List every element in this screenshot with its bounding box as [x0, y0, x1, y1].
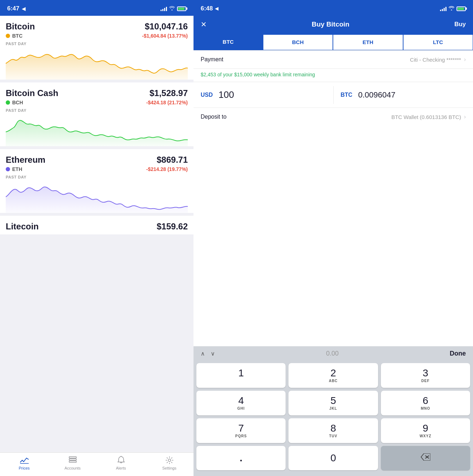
- key-9[interactable]: 9 WXYZ: [381, 418, 470, 443]
- currency-tabs: BTC BCH ETH LTC: [194, 34, 473, 51]
- btc-label: BTC: [341, 92, 353, 98]
- key-0[interactable]: 0: [288, 446, 378, 470]
- left-panel: 6:47 ◀: [0, 0, 194, 476]
- keyboard-toolbar: ∧ ∨ 0.00 Done: [194, 346, 473, 361]
- tab-accounts[interactable]: Accounts: [48, 456, 97, 470]
- battery-icon: [177, 6, 186, 11]
- right-status-bar: 6:48 ◀: [194, 0, 473, 16]
- usd-input[interactable]: 100: [219, 89, 247, 100]
- bitcoin-change: -$1,604.84 (13.77%): [142, 33, 188, 39]
- key-8[interactable]: 8 TUV: [288, 418, 378, 443]
- eth-chart: [6, 181, 188, 213]
- key-4[interactable]: 4 GHI: [196, 391, 286, 415]
- accounts-icon: [68, 456, 77, 465]
- tab-ltc[interactable]: LTC: [403, 34, 473, 50]
- eth-symbol: ETH: [6, 166, 22, 172]
- eth-card[interactable]: Ethereum $869.71 ETH -$214.28 (19.77%) P…: [0, 149, 194, 213]
- right-location-icon: ◀: [215, 6, 218, 11]
- bitcoin-card[interactable]: Bitcoin $10,047.16 BTC -$1,604.84 (13.77…: [0, 16, 194, 80]
- left-time: 6:47: [7, 5, 19, 12]
- payment-label: Payment: [201, 56, 223, 63]
- bch-chart: [6, 114, 188, 146]
- bch-card[interactable]: Bitcoin Cash $1,528.97 BCH -$424.18 (21.…: [0, 82, 194, 146]
- signal-bars: [161, 6, 167, 11]
- tab-btc[interactable]: BTC: [194, 34, 263, 50]
- svg-rect-1: [69, 457, 76, 458]
- tab-settings-label: Settings: [162, 466, 177, 470]
- svg-rect-2: [69, 459, 76, 460]
- bitcoin-chart: [6, 47, 188, 80]
- ltc-price: $159.62: [157, 222, 188, 232]
- content-spacer: [194, 126, 473, 346]
- payment-row[interactable]: Payment Citi - Checking ******* ›: [194, 51, 473, 69]
- eth-change: -$214.28 (19.77%): [146, 166, 188, 172]
- key-dot[interactable]: .: [196, 446, 286, 470]
- tab-prices-label: Prices: [19, 466, 30, 470]
- payment-account: Citi - Checking *******: [410, 57, 461, 63]
- deposit-row[interactable]: Deposit to BTC Wallet (0.6013136 BTC) ›: [194, 108, 473, 126]
- btc-value: 0.0096047: [358, 90, 395, 100]
- key-7[interactable]: 7 PQRS: [196, 418, 286, 443]
- buy-header: ✕ Buy Bitcoin Buy: [194, 16, 473, 34]
- amount-row: USD 100 BTC 0.0096047: [194, 82, 473, 108]
- right-panel: 6:48 ◀ ✕ Buy Bitcoin: [194, 0, 473, 476]
- payment-value-container: Citi - Checking ******* ›: [410, 56, 466, 63]
- arrow-down-icon[interactable]: ∨: [211, 350, 215, 357]
- bch-symbol: BCH: [6, 100, 23, 105]
- bch-price: $1,528.97: [149, 88, 188, 98]
- bitcoin-period: PAST DAY: [6, 42, 188, 46]
- tab-bar: Prices Accounts Alerts: [0, 452, 194, 476]
- right-wifi-icon: [449, 5, 454, 12]
- usd-label: USD: [201, 92, 213, 98]
- bitcoin-price: $10,047.16: [145, 22, 188, 32]
- deposit-chevron: ›: [464, 114, 466, 120]
- bitcoin-name: Bitcoin: [6, 22, 35, 32]
- eth-price: $869.71: [157, 155, 188, 165]
- key-delete[interactable]: [381, 446, 470, 470]
- keyboard-arrows: ∧ ∨: [201, 350, 215, 357]
- btc-amount-col: BTC 0.0096047: [334, 83, 473, 107]
- bch-name: Bitcoin Cash: [6, 88, 58, 98]
- tab-bch[interactable]: BCH: [263, 34, 333, 50]
- usd-amount-col: USD 100: [194, 82, 333, 108]
- keyboard-grid: 1 2 ABC 3 DEF 4 GHI 5 JKL 6 MNO 7 PQRS: [194, 361, 473, 476]
- right-battery-icon: [457, 6, 466, 11]
- key-3[interactable]: 3 DEF: [381, 363, 470, 388]
- tab-eth[interactable]: ETH: [333, 34, 403, 50]
- right-signal-bars: [440, 6, 446, 11]
- left-status-bar: 6:47 ◀: [0, 0, 194, 16]
- key-2[interactable]: 2 ABC: [288, 363, 378, 388]
- tab-prices[interactable]: Prices: [0, 456, 48, 470]
- bch-period: PAST DAY: [6, 108, 188, 113]
- payment-chevron: ›: [464, 56, 466, 63]
- ltc-name: Litecoin: [6, 222, 39, 232]
- wifi-icon: [169, 6, 175, 11]
- eth-dot: [6, 167, 10, 171]
- keyboard-done-button[interactable]: Done: [450, 350, 466, 357]
- deposit-value-container: BTC Wallet (0.6013136 BTC) ›: [391, 114, 466, 120]
- key-6[interactable]: 6 MNO: [381, 391, 470, 415]
- svg-rect-3: [69, 461, 76, 462]
- arrow-up-icon[interactable]: ∧: [201, 350, 205, 357]
- key-1[interactable]: 1: [196, 363, 286, 388]
- settings-icon: [165, 456, 174, 465]
- tab-alerts-label: Alerts: [116, 466, 126, 470]
- ltc-partial-card[interactable]: Litecoin $159.62: [0, 216, 194, 234]
- right-time: 6:48: [201, 5, 213, 12]
- deposit-label: Deposit to: [201, 114, 226, 120]
- tab-alerts[interactable]: Alerts: [97, 456, 145, 470]
- bch-change: -$424.18 (21.72%): [146, 100, 188, 105]
- bitcoin-symbol: BTC: [6, 33, 23, 39]
- bitcoin-dot: [6, 34, 10, 38]
- tab-accounts-label: Accounts: [64, 466, 81, 470]
- close-button[interactable]: ✕: [201, 20, 207, 29]
- key-5[interactable]: 5 JKL: [288, 391, 378, 415]
- deposit-wallet: BTC Wallet (0.6013136 BTC): [391, 114, 461, 120]
- prices-icon: [20, 456, 29, 465]
- bch-dot: [6, 100, 10, 105]
- buy-action-button[interactable]: Buy: [454, 21, 466, 28]
- tab-settings[interactable]: Settings: [145, 456, 194, 470]
- svg-point-4: [168, 459, 171, 462]
- limit-notice: $2,453 of your $15,000 weekly bank limit…: [194, 69, 473, 82]
- alerts-icon: [116, 456, 126, 465]
